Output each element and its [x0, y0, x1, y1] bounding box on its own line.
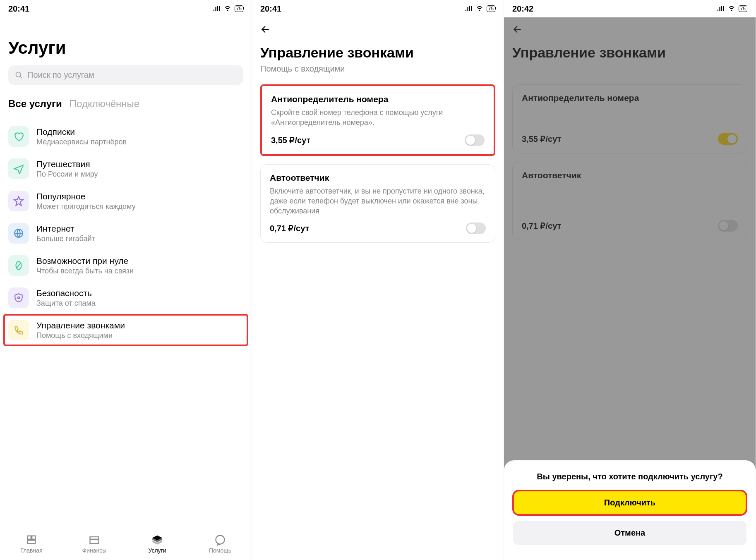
status-time: 20:41	[260, 4, 281, 14]
status-bar: 20:41 .ıll 75	[0, 0, 252, 17]
search-placeholder: Поиск по услугам	[27, 70, 94, 80]
screen-services: 20:41 .ıll 75 Услуги Поиск по услугам Вс…	[0, 0, 252, 560]
svg-line-1	[20, 76, 22, 78]
list-item-internet[interactable]: ИнтернетБольше гигабайт	[8, 217, 243, 249]
list-item-zero[interactable]: Возможности при нулеЧтобы всегда быть на…	[8, 249, 243, 282]
list-item-security[interactable]: БезопасностьЗащита от спама	[8, 282, 243, 314]
battery-icon: 75	[235, 5, 243, 12]
wifi-icon	[728, 4, 735, 13]
search-icon	[15, 71, 23, 79]
toggle-anti-caller-id[interactable]	[465, 134, 485, 146]
card-price: 3,55 ₽/сут	[271, 135, 310, 145]
shield-icon	[8, 287, 29, 308]
page-title: Услуги	[8, 38, 243, 58]
back-button[interactable]	[252, 17, 504, 36]
signal-icon: .ıll	[213, 5, 221, 12]
svg-point-0	[16, 72, 21, 77]
status-time: 20:42	[512, 4, 533, 14]
status-icons: .ıll 75	[465, 4, 495, 13]
screen-confirm-dialog: 20:42 .ıll 75 Управление звонками Помощь…	[504, 0, 756, 560]
bottom-nav: Главная Финансы Услуги Помощь	[0, 527, 252, 560]
card-title: Антиопределитель номера	[271, 94, 485, 104]
phone-icon	[8, 320, 29, 340]
tabs: Все услуги Подключённые	[8, 98, 243, 110]
page-title: Управление звонками	[260, 45, 495, 61]
page-subtitle: Помощь с входящими	[260, 64, 495, 74]
nav-finance[interactable]: Финансы	[63, 527, 126, 560]
svg-rect-7	[32, 536, 35, 539]
battery-icon: 75	[487, 5, 495, 12]
plane-icon	[8, 158, 29, 179]
tab-connected[interactable]: Подключённые	[70, 98, 139, 110]
status-icons: .ıll 75	[213, 4, 243, 13]
card-title: Автоответчик	[270, 173, 486, 183]
confirm-sheet: Вы уверены, что хотите подключить услугу…	[504, 460, 756, 560]
confirm-button[interactable]: Подключить	[513, 491, 746, 515]
nav-help[interactable]: Помощь	[189, 527, 252, 560]
status-time: 20:41	[8, 4, 29, 14]
svg-point-5	[18, 297, 19, 299]
tab-all[interactable]: Все услуги	[8, 98, 62, 110]
list-item-travel[interactable]: ПутешествияПо России и миру	[8, 153, 243, 185]
globe-icon	[8, 223, 29, 244]
svg-rect-9	[90, 537, 99, 543]
card-desc: Скройте свой номер телефона с помощью ус…	[271, 108, 485, 128]
signal-icon: .ıll	[465, 5, 473, 12]
list-item-call-management[interactable]: Управление звонкамиПомощь с входящими	[3, 314, 248, 346]
card-voicemail[interactable]: Автоответчик Включите автоответчик, и вы…	[260, 164, 495, 243]
status-bar: 20:41 .ıll 75	[252, 0, 504, 17]
battery-icon: 75	[739, 5, 747, 12]
star-icon	[8, 191, 29, 211]
cancel-button[interactable]: Отмена	[513, 521, 746, 545]
list-item-popular[interactable]: ПопулярноеМожет пригодиться каждому	[8, 185, 243, 217]
wifi-icon	[224, 4, 231, 13]
svg-rect-6	[28, 536, 31, 539]
wifi-icon	[476, 4, 483, 13]
status-icons: .ıll 75	[717, 4, 747, 13]
list-item-subscriptions[interactable]: ПодпискиМедиасервисы партнёров	[8, 120, 243, 153]
nav-home[interactable]: Главная	[0, 527, 63, 560]
zero-icon	[8, 255, 29, 276]
search-input[interactable]: Поиск по услугам	[8, 65, 243, 85]
screen-call-management: 20:41 .ıll 75 Управление звонками Помощь…	[252, 0, 504, 560]
signal-icon: .ıll	[717, 5, 725, 12]
sheet-title: Вы уверены, что хотите подключить услугу…	[513, 472, 746, 481]
nav-services[interactable]: Услуги	[126, 527, 189, 560]
card-price: 0,71 ₽/сут	[270, 223, 309, 233]
svg-line-4	[17, 263, 21, 268]
heart-icon	[8, 126, 29, 147]
card-desc: Включите автоответчик, и вы не пропустит…	[270, 186, 486, 216]
arrow-left-icon	[260, 24, 271, 35]
svg-rect-8	[28, 540, 36, 543]
status-bar: 20:42 .ıll 75	[504, 0, 756, 17]
toggle-voicemail[interactable]	[466, 223, 486, 234]
card-anti-caller-id[interactable]: Антиопределитель номера Скройте свой ном…	[260, 84, 495, 156]
